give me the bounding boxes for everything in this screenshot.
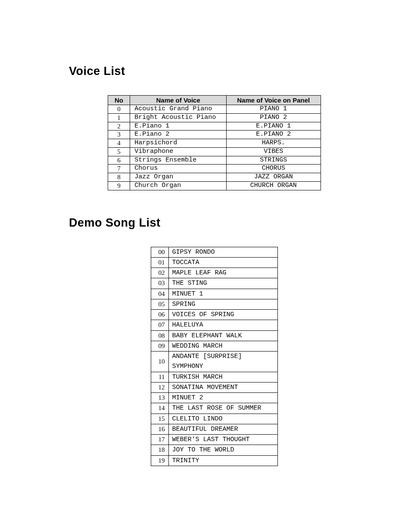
song-table: 00GIPSY RONDO01TOCCATA02MAPLE LEAF RAG03… xyxy=(151,247,278,466)
table-row: 6Strings EnsembleSTRINGS xyxy=(108,156,321,165)
voice-header-panel: Name of Voice on Panel xyxy=(227,96,321,105)
song-no: 02 xyxy=(151,268,168,278)
voice-name: Jazz Organ xyxy=(130,173,227,182)
song-no: 03 xyxy=(151,278,168,289)
song-name: HALELUYA xyxy=(168,320,277,330)
song-no: 16 xyxy=(151,424,168,434)
voice-panel-name: CHURCH ORGAN xyxy=(227,181,321,190)
voice-name: Chorus xyxy=(130,165,227,173)
song-name: THE LAST ROSE OF SUMMER xyxy=(168,403,277,414)
voice-panel-name: E.PIANO 2 xyxy=(227,131,321,139)
voice-panel-name: STRINGS xyxy=(227,156,321,165)
table-row: 00GIPSY RONDO xyxy=(151,247,277,257)
song-name: MAPLE LEAF RAG xyxy=(168,268,277,278)
song-no: 19 xyxy=(151,455,168,466)
table-row: 17WEBER'S LAST THOUGHT xyxy=(151,435,277,445)
table-row: 04MINUET 1 xyxy=(151,289,277,299)
table-row: 13MINUET 2 xyxy=(151,393,277,403)
song-name: WEDDING MARCH xyxy=(168,341,277,351)
table-row: 9Church OrganCHURCH ORGAN xyxy=(108,181,321,190)
song-no: 14 xyxy=(151,403,168,414)
voice-panel-name: CHORUS xyxy=(227,165,321,173)
song-no: 07 xyxy=(151,320,168,330)
song-name: TRINITY xyxy=(168,455,277,466)
song-no: 06 xyxy=(151,310,168,320)
song-no: 09 xyxy=(151,341,168,351)
voice-no: 5 xyxy=(108,147,130,156)
song-name: SPRING xyxy=(168,299,277,309)
song-no: 05 xyxy=(151,299,168,309)
voice-no: 0 xyxy=(108,105,130,114)
voice-no: 1 xyxy=(108,113,130,122)
table-row: 05SPRING xyxy=(151,299,277,309)
voice-no: 4 xyxy=(108,139,130,148)
voice-no: 6 xyxy=(108,156,130,165)
table-row: 07HALELUYA xyxy=(151,320,277,330)
voice-name: Harpsichord xyxy=(130,139,227,148)
voice-panel-name: E.PIANO 1 xyxy=(227,122,321,131)
song-name: TURKISH MARCH xyxy=(168,372,277,382)
voice-panel-name: PIANO 2 xyxy=(227,113,321,122)
voice-list-heading: Voice List xyxy=(69,65,359,78)
voice-no: 8 xyxy=(108,173,130,182)
voice-panel-name: PIANO 1 xyxy=(227,105,321,114)
voice-name: Bright Acoustic Piano xyxy=(130,113,227,122)
song-name: THE STING xyxy=(168,278,277,289)
table-row: 10ANDANTE [SURPRISE] SYMPHONY xyxy=(151,352,277,372)
song-no: 11 xyxy=(151,372,168,382)
voice-name: Acoustic Grand Piano xyxy=(130,105,227,114)
song-name: BABY ELEPHANT WALK xyxy=(168,330,277,341)
song-no: 00 xyxy=(151,247,168,257)
table-row: 7ChorusCHORUS xyxy=(108,165,321,173)
song-name: SONATINA MOVEMENT xyxy=(168,382,277,392)
table-row: 1Bright Acoustic PianoPIANO 2 xyxy=(108,113,321,122)
voice-panel-name: VIBES xyxy=(227,147,321,156)
voice-header-name: Name of Voice xyxy=(130,96,227,105)
song-no: 04 xyxy=(151,289,168,299)
song-no: 12 xyxy=(151,382,168,392)
voice-no: 3 xyxy=(108,131,130,139)
table-row: 18JOY TO THE WORLD xyxy=(151,445,277,455)
voice-table: No Name of Voice Name of Voice on Panel … xyxy=(108,95,321,190)
table-row: 14THE LAST ROSE OF SUMMER xyxy=(151,403,277,414)
song-name: TOCCATA xyxy=(168,257,277,268)
table-row: 15CLELITO LINDO xyxy=(151,414,277,424)
song-no: 18 xyxy=(151,445,168,455)
song-name: VOICES OF SPRING xyxy=(168,310,277,320)
table-row: 01TOCCATA xyxy=(151,257,277,268)
table-row: 4HarpsichordHARPS. xyxy=(108,139,321,148)
voice-table-header-row: No Name of Voice Name of Voice on Panel xyxy=(108,96,321,105)
song-no: 17 xyxy=(151,435,168,445)
table-row: 02MAPLE LEAF RAG xyxy=(151,268,277,278)
table-row: 12SONATINA MOVEMENT xyxy=(151,382,277,392)
table-row: 2E.Piano 1E.PIANO 1 xyxy=(108,122,321,131)
song-name: MINUET 2 xyxy=(168,393,277,403)
table-row: 06VOICES OF SPRING xyxy=(151,310,277,320)
table-row: 08BABY ELEPHANT WALK xyxy=(151,330,277,341)
voice-name: E.Piano 1 xyxy=(130,122,227,131)
song-name: JOY TO THE WORLD xyxy=(168,445,277,455)
song-no: 15 xyxy=(151,414,168,424)
song-name: MINUET 1 xyxy=(168,289,277,299)
table-row: 19TRINITY xyxy=(151,455,277,466)
song-no: 13 xyxy=(151,393,168,403)
table-row: 11TURKISH MARCH xyxy=(151,372,277,382)
voice-name: Strings Ensemble xyxy=(130,156,227,165)
voice-header-no: No xyxy=(108,96,130,105)
song-no: 08 xyxy=(151,330,168,341)
voice-no: 7 xyxy=(108,165,130,173)
song-name: GIPSY RONDO xyxy=(168,247,277,257)
table-row: 0Acoustic Grand PianoPIANO 1 xyxy=(108,105,321,114)
demo-song-list-heading: Demo Song List xyxy=(69,216,359,230)
voice-name: E.Piano 2 xyxy=(130,131,227,139)
page: Voice List No Name of Voice Name of Voic… xyxy=(0,0,411,466)
song-no: 10 xyxy=(151,352,168,372)
song-name: BEAUTIFUL DREAMER xyxy=(168,424,277,434)
table-row: 16BEAUTIFUL DREAMER xyxy=(151,424,277,434)
song-name: ANDANTE [SURPRISE] SYMPHONY xyxy=(168,352,277,372)
table-row: 5VibraphoneVIBES xyxy=(108,147,321,156)
song-name: CLELITO LINDO xyxy=(168,414,277,424)
voice-no: 2 xyxy=(108,122,130,131)
table-row: 03THE STING xyxy=(151,278,277,289)
song-name: WEBER'S LAST THOUGHT xyxy=(168,435,277,445)
